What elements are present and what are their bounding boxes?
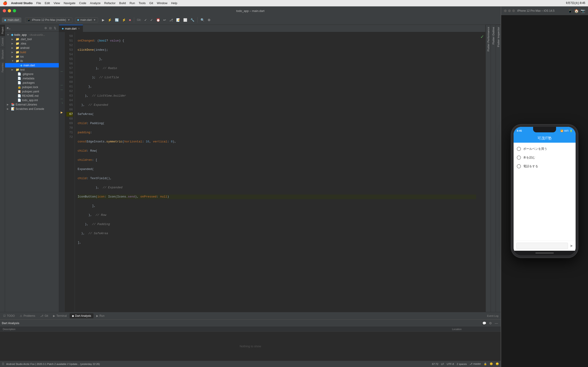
menu-code[interactable]: Code: [79, 1, 86, 5]
menu-run[interactable]: Run: [130, 1, 135, 5]
menu-window[interactable]: Window: [157, 1, 167, 5]
git-diff[interactable]: ⬜: [182, 17, 188, 23]
menu-view[interactable]: View: [53, 1, 60, 5]
settings-btn[interactable]: ⚙: [207, 17, 212, 23]
status-encoding[interactable]: UTF-8: [447, 363, 454, 365]
tree-pubspec-lock[interactable]: 🔒 pubspec.lock: [5, 85, 59, 89]
menu-file[interactable]: File: [36, 1, 41, 5]
git-revert[interactable]: ↩: [162, 17, 167, 23]
flutter-restart[interactable]: 🔄: [114, 17, 120, 23]
analysis-minimize-btn[interactable]: —: [494, 321, 499, 325]
status-panel-toggle[interactable]: ☰: [2, 362, 4, 366]
status-emoji-sad[interactable]: 😞: [496, 362, 499, 365]
analysis-settings-btn[interactable]: ⚙: [488, 321, 493, 325]
bottom-tab-git[interactable]: ⎇ Git: [38, 313, 50, 318]
bottom-tab-dart-analysis[interactable]: ◆ Dart Analysis: [69, 313, 94, 318]
tree-test[interactable]: ▶ 📁 test: [5, 67, 59, 72]
flutter-hot-reload[interactable]: ⚡: [107, 17, 113, 23]
status-emoji-happy[interactable]: 😊: [490, 362, 493, 365]
sidebar-sort-btn[interactable]: ⇅: [53, 26, 57, 30]
maximize-button[interactable]: [13, 9, 16, 12]
sim-maximize[interactable]: [512, 9, 515, 12]
search-everywhere[interactable]: 🔍: [199, 17, 206, 23]
status-indent[interactable]: 2 spaces: [457, 363, 467, 365]
analysis-desc-col[interactable]: Description: [3, 328, 452, 331]
menu-refactor[interactable]: Refactor: [104, 1, 115, 5]
event-log-btn[interactable]: Event Log: [485, 315, 500, 317]
git-branch[interactable]: ⎇: [168, 17, 174, 23]
tree-pubspec-yaml[interactable]: 📋 pubspec.yaml: [5, 89, 59, 94]
tree-readme[interactable]: 📄 README.md: [5, 94, 59, 98]
tree-dart-tool[interactable]: ▶ 📁 .dart_tool: [5, 37, 59, 41]
sidebar-gear-btn[interactable]: ⚙: [44, 26, 48, 30]
left-vtab-project[interactable]: Project: [0, 25, 5, 36]
tree-scratches[interactable]: ▶ 📝 Scratches and Console: [5, 107, 59, 111]
menu-edit[interactable]: Edit: [45, 1, 50, 5]
menu-analyze[interactable]: Analyze: [90, 1, 101, 5]
tree-iml[interactable]: 📄 todo_app.iml: [5, 98, 59, 102]
tree-lib[interactable]: ▼ 📁 lib: [5, 59, 59, 63]
menu-navigate[interactable]: Navigate: [64, 1, 75, 5]
tree-build[interactable]: ▶ 📁 build: [5, 50, 59, 54]
bottom-tab-run[interactable]: ▶ Run: [94, 313, 107, 318]
left-vtab-favorites[interactable]: Favorites: [0, 61, 5, 74]
minimize-button[interactable]: [8, 9, 11, 12]
left-vtab-commit[interactable]: Commit: [0, 36, 5, 48]
git-push[interactable]: ✓: [149, 17, 154, 23]
status-lock-icon[interactable]: 🔒: [484, 362, 487, 365]
todo-radio-1[interactable]: [517, 156, 521, 160]
menu-help[interactable]: Help: [171, 1, 177, 5]
tree-main-dart[interactable]: ◆ main.dart: [5, 63, 59, 67]
flutter-performance-tab[interactable]: Flutter Performance: [486, 25, 491, 53]
git-annotate[interactable]: 📝: [175, 17, 181, 23]
close-tab-icon[interactable]: ✕: [78, 27, 80, 30]
menu-git[interactable]: Git: [149, 1, 153, 5]
hot-reload-btn[interactable]: ⚡: [121, 17, 127, 23]
tree-metadata[interactable]: 📄 .metadata: [5, 76, 59, 81]
tree-idea[interactable]: ▶ 📁 .idea: [5, 41, 59, 46]
menu-android-studio[interactable]: Android Studio: [11, 1, 33, 5]
toolbar-file-tab[interactable]: ◆ main.dart: [2, 17, 21, 23]
flutter-inspector-tab[interactable]: Flutter Inspector: [496, 25, 501, 49]
menu-build[interactable]: Build: [119, 1, 126, 5]
editor-tab-main[interactable]: ◆ main.dart ✕: [59, 25, 83, 32]
left-vtab-structure[interactable]: Structure: [0, 48, 5, 61]
tree-external-libs[interactable]: ▶ 📚 External Libraries: [5, 102, 59, 107]
status-branch[interactable]: ⎇ master: [469, 362, 481, 365]
code-content[interactable]: onChanged: (bool? value) { clickDone(ind…: [75, 32, 479, 312]
status-cursor[interactable]: 67:72: [432, 363, 439, 365]
flutter-outline-tab[interactable]: Flutter Outline: [491, 25, 496, 46]
phone-text-field[interactable]: [516, 243, 568, 249]
bottom-tab-todo[interactable]: ☑ TODO: [1, 313, 17, 318]
bottom-tab-problems[interactable]: ⚠ Problems: [17, 313, 37, 318]
todo-radio-2[interactable]: [517, 164, 521, 168]
todo-radio-0[interactable]: [517, 147, 521, 151]
close-button[interactable]: [3, 9, 6, 12]
tree-root[interactable]: ▼ ◆ todo_app ~/AndroidSt...: [5, 33, 59, 37]
tree-ios[interactable]: ▶ 📁 ios: [5, 54, 59, 59]
sidebar-collapse-btn[interactable]: ⊟: [48, 26, 52, 30]
sim-rotate[interactable]: 📱: [568, 9, 572, 13]
tree-gitignore[interactable]: 📄 .gitignore: [5, 72, 59, 76]
git-resolve[interactable]: 🔧: [189, 17, 195, 23]
device-selector[interactable]: 📱 iPhone 12 Pro Max (mobile) ▼: [25, 17, 72, 23]
sim-screenshot[interactable]: 📷: [581, 9, 585, 13]
tree-android[interactable]: ▶ 📁 android: [5, 46, 59, 50]
analysis-loc-col[interactable]: Location: [452, 328, 498, 331]
apple-menu[interactable]: 🍎: [3, 1, 7, 5]
status-message[interactable]: Android Studio Arctic Fox | 2020.3.1 Pat…: [6, 363, 100, 365]
menu-tools[interactable]: Tools: [139, 1, 146, 5]
analysis-comment-btn[interactable]: 💬: [481, 321, 487, 325]
git-history[interactable]: ⏰: [155, 17, 161, 23]
run-button[interactable]: ▶: [101, 17, 106, 23]
run-config-selector[interactable]: ◆ main.dart ▼: [75, 17, 98, 23]
stop-button[interactable]: ■: [128, 17, 132, 23]
status-line-ending[interactable]: LF: [441, 363, 444, 365]
git-update[interactable]: ✓: [143, 17, 148, 23]
sim-minimize[interactable]: [508, 9, 511, 12]
sim-home[interactable]: 🏠: [574, 9, 579, 13]
sim-close[interactable]: [504, 9, 507, 12]
bottom-tab-terminal[interactable]: ▶ Terminal: [51, 313, 69, 318]
tree-packages[interactable]: 📄 .packages: [5, 81, 59, 85]
phone-send-icon[interactable]: ➤: [570, 244, 573, 248]
